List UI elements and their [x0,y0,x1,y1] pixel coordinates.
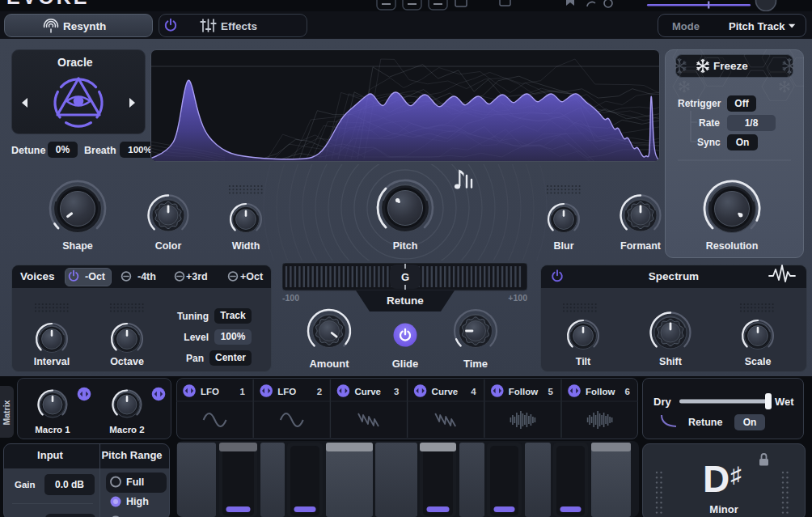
svg-text:1: 1 [240,387,246,396]
svg-text:G: G [401,271,409,283]
svg-text:3: 3 [394,387,399,396]
svg-text:LFO: LFO [201,387,219,396]
svg-text:Follow: Follow [509,387,538,396]
svg-text:2: 2 [317,387,322,396]
svg-text:6: 6 [625,387,630,396]
svg-text:LFO: LFO [277,387,296,396]
svg-text:Curve: Curve [432,387,459,396]
svg-text:4: 4 [471,387,476,396]
svg-text:5: 5 [548,387,553,396]
svg-text:Follow: Follow [586,387,615,396]
svg-text:Curve: Curve [354,387,381,396]
